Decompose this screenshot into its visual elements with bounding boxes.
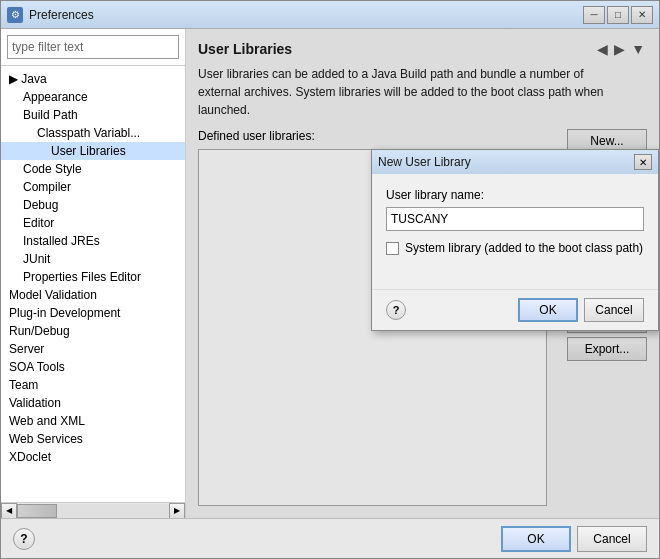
sidebar-horizontal-scrollbar[interactable]: ◀ ▶ xyxy=(1,502,185,518)
cancel-button[interactable]: Cancel xyxy=(577,526,647,552)
scroll-left-arrow[interactable]: ◀ xyxy=(1,503,17,519)
system-library-checkbox[interactable] xyxy=(386,242,399,255)
tree-item-user-libraries[interactable]: User Libraries xyxy=(1,142,185,160)
tree-item-build-path[interactable]: Build Path xyxy=(1,106,185,124)
system-library-row: System library (added to the boot class … xyxy=(386,241,644,255)
tree-item-properties[interactable]: Properties Files Editor xyxy=(1,268,185,286)
bottom-buttons: OK Cancel xyxy=(501,526,647,552)
content-area: ▶ Java Appearance Build Path Classpath V… xyxy=(1,29,659,518)
maximize-button[interactable]: □ xyxy=(607,6,629,24)
tree-item-run-debug[interactable]: Run/Debug xyxy=(1,322,185,340)
window-icon: ⚙ xyxy=(7,7,23,23)
tree-item-junit[interactable]: JUnit xyxy=(1,250,185,268)
tree-item-model-validation[interactable]: Model Validation xyxy=(1,286,185,304)
new-user-library-dialog: New User Library ✕ User library name: Sy… xyxy=(371,149,659,331)
ok-button[interactable]: OK xyxy=(501,526,571,552)
main-panel: ◀ ▶ ▼ User Libraries User libraries can … xyxy=(186,29,659,518)
tree-item-xdoclet[interactable]: XDoclet xyxy=(1,448,185,466)
dialog-cancel-button[interactable]: Cancel xyxy=(584,298,644,322)
window-title: Preferences xyxy=(29,8,583,22)
window-controls: ─ □ ✕ xyxy=(583,6,653,24)
dialog-title-bar: New User Library ✕ xyxy=(372,150,658,174)
system-library-label: System library (added to the boot class … xyxy=(405,241,643,255)
tree-item-classpath[interactable]: Classpath Variabl... xyxy=(1,124,185,142)
filter-input[interactable] xyxy=(7,35,179,59)
tree-item-compiler[interactable]: Compiler xyxy=(1,178,185,196)
tree-item-web-xml[interactable]: Web and XML xyxy=(1,412,185,430)
minimize-button[interactable]: ─ xyxy=(583,6,605,24)
dialog-overlay: New User Library ✕ User library name: Sy… xyxy=(186,29,659,518)
dialog-content: User library name: System library (added… xyxy=(372,174,658,289)
dialog-help-button[interactable]: ? xyxy=(386,300,406,320)
help-button[interactable]: ? xyxy=(13,528,35,550)
preferences-window: ⚙ Preferences ─ □ ✕ ▶ Java Appearance Bu… xyxy=(0,0,660,559)
field-label: User library name: xyxy=(386,188,644,202)
tree-item-plugin-dev[interactable]: Plug-in Development xyxy=(1,304,185,322)
tree-item-java[interactable]: ▶ Java xyxy=(1,70,185,88)
scroll-track[interactable] xyxy=(17,504,169,518)
bottom-left: ? xyxy=(13,528,35,550)
tree-item-installed-jres[interactable]: Installed JREs xyxy=(1,232,185,250)
sidebar: ▶ Java Appearance Build Path Classpath V… xyxy=(1,29,186,518)
tree-item-debug[interactable]: Debug xyxy=(1,196,185,214)
tree-item-editor[interactable]: Editor xyxy=(1,214,185,232)
dialog-close-button[interactable]: ✕ xyxy=(634,154,652,170)
dialog-ok-button[interactable]: OK xyxy=(518,298,578,322)
library-name-input[interactable] xyxy=(386,207,644,231)
tree-item-web-services[interactable]: Web Services xyxy=(1,430,185,448)
filter-box xyxy=(1,29,185,66)
tree-item-team[interactable]: Team xyxy=(1,376,185,394)
tree-item-code-style[interactable]: Code Style xyxy=(1,160,185,178)
tree-item-validation[interactable]: Validation xyxy=(1,394,185,412)
tree-item-appearance[interactable]: Appearance xyxy=(1,88,185,106)
title-bar: ⚙ Preferences ─ □ ✕ xyxy=(1,1,659,29)
dialog-footer: ? OK Cancel xyxy=(372,289,658,330)
dialog-title: New User Library xyxy=(378,155,471,169)
tree-area[interactable]: ▶ Java Appearance Build Path Classpath V… xyxy=(1,66,185,502)
scroll-thumb[interactable] xyxy=(17,504,57,518)
close-button[interactable]: ✕ xyxy=(631,6,653,24)
scroll-right-arrow[interactable]: ▶ xyxy=(169,503,185,519)
bottom-bar: ? OK Cancel xyxy=(1,518,659,558)
tree-item-soa-tools[interactable]: SOA Tools xyxy=(1,358,185,376)
tree-item-server[interactable]: Server xyxy=(1,340,185,358)
